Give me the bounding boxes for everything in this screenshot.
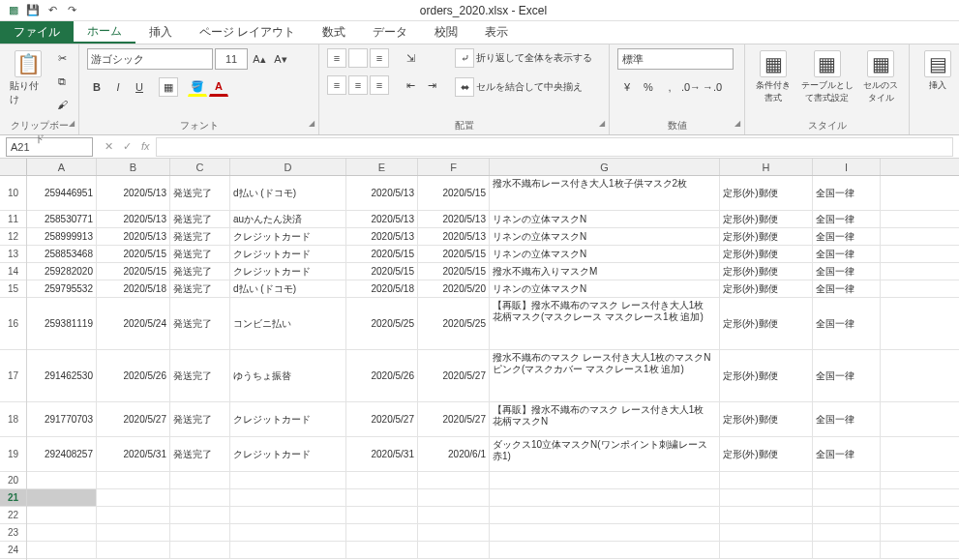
cell[interactable]: 258530771 [27,211,97,227]
cell[interactable]: リネンの立体マスクN [490,280,720,297]
cell[interactable] [346,542,418,558]
cell[interactable] [230,542,346,558]
cell[interactable]: 258999913 [27,228,97,245]
column-header[interactable]: D [230,159,346,175]
cell[interactable]: d払い (ドコモ) [230,176,346,210]
cell[interactable]: 全国一律 [813,402,881,436]
row-header[interactable]: 18 [0,402,26,437]
cell[interactable] [170,524,230,541]
cell[interactable] [27,489,97,506]
copy-icon[interactable]: ⧉ [52,72,72,91]
cell[interactable]: 発送完了 [170,228,230,245]
cell[interactable]: 291770703 [27,402,97,436]
cell[interactable]: 全国一律 [813,211,881,227]
cell[interactable] [490,507,720,523]
cell[interactable] [230,472,346,488]
cell[interactable] [170,542,230,558]
clipboard-dialog-icon[interactable]: ◢ [69,119,75,128]
row-header[interactable]: 19 [0,437,26,472]
cell[interactable]: d払い (ドコモ) [230,280,346,297]
cell[interactable] [346,472,418,488]
select-all-corner[interactable] [0,159,27,176]
currency-icon[interactable]: ¥ [617,77,637,97]
font-name-combo[interactable]: 游ゴシック [87,48,213,70]
cell[interactable]: 【再販】撥水不織布のマスク レース付き大人1枚 花柄マスク(マスクレース マスク… [490,298,720,349]
row-header[interactable]: 10 [0,176,26,211]
border-icon[interactable]: ▦ [159,77,178,97]
conditional-formatting-button[interactable]: ▦ 条件付き書式 [753,48,794,106]
cell[interactable]: 発送完了 [170,176,230,210]
cell[interactable] [813,524,881,541]
orientation-icon[interactable]: ⇲ [401,48,420,68]
tab-formulas[interactable]: 数式 [309,21,359,44]
cell[interactable]: 2020/5/13 [346,228,418,245]
cell[interactable] [490,472,720,488]
cell[interactable]: 発送完了 [170,298,230,349]
cell[interactable]: ダックス10立体マスクN(ワンポイント刺繍レース 赤1) [490,437,720,471]
cell[interactable]: クレジットカード [230,437,346,471]
insert-function-icon[interactable]: fx [141,140,150,153]
paste-button[interactable]: 📋 貼り付け [8,48,48,108]
row-header[interactable]: 13 [0,246,26,263]
cell[interactable] [418,524,490,541]
decrease-decimal-icon[interactable]: →.0 [703,77,722,97]
cell[interactable]: 2020/5/24 [97,298,170,349]
row-header[interactable]: 14 [0,263,26,280]
cell[interactable]: 定形(外)郵便 [720,350,813,401]
cell[interactable] [720,507,813,523]
cell[interactable]: 291462530 [27,350,97,401]
cell[interactable]: 259795532 [27,280,97,297]
decrease-font-icon[interactable]: A▾ [271,49,290,69]
cell[interactable]: 【再販】撥水不織布のマスク レース付き大人1枚 花柄マスクN [490,402,720,436]
cell[interactable]: 2020/5/13 [97,176,170,210]
cell[interactable]: 2020/5/26 [97,350,170,401]
confirm-entry-icon[interactable]: ✓ [123,140,132,153]
cell[interactable]: 2020/5/27 [97,402,170,436]
cell[interactable]: クレジットカード [230,402,346,436]
row-header[interactable]: 23 [0,524,26,542]
cell[interactable] [27,542,97,558]
cell[interactable]: 2020/5/18 [346,280,418,297]
cell[interactable] [97,524,170,541]
cell[interactable]: 2020/5/15 [418,263,490,280]
cell[interactable]: 全国一律 [813,246,881,262]
cell[interactable]: 発送完了 [170,350,230,401]
align-bottom-icon[interactable]: ≡ [370,48,389,68]
cell[interactable]: 2020/5/13 [97,228,170,245]
column-header[interactable]: G [490,159,720,175]
wrap-text-button[interactable]: ⤶ 折り返して全体を表示する [455,48,592,68]
cell[interactable] [170,472,230,488]
cell[interactable]: 2020/5/31 [97,437,170,471]
cell[interactable] [813,489,881,506]
cell[interactable]: ゆうちょ振替 [230,350,346,401]
cell[interactable]: 2020/5/15 [418,246,490,262]
font-size-combo[interactable]: 11 [215,48,248,70]
cell[interactable] [230,507,346,523]
cell[interactable]: 定形(外)郵便 [720,176,813,210]
cell[interactable]: クレジットカード [230,228,346,245]
cell[interactable]: 発送完了 [170,402,230,436]
cell[interactable]: 全国一律 [813,350,881,401]
cell[interactable]: 定形(外)郵便 [720,246,813,262]
cell-styles-button[interactable]: ▦ セルのスタイル [860,48,901,106]
row-header[interactable]: 16 [0,298,26,350]
cell[interactable] [97,472,170,488]
cancel-entry-icon[interactable]: ✕ [105,140,113,153]
cell[interactable]: コンビニ払い [230,298,346,349]
column-header[interactable]: A [27,159,97,175]
cell[interactable] [720,542,813,558]
cell[interactable]: 定形(外)郵便 [720,211,813,227]
cell[interactable]: 2020/5/20 [418,280,490,297]
align-middle-icon[interactable]: ≡ [348,48,368,68]
cell[interactable] [418,489,490,506]
cell[interactable]: 発送完了 [170,437,230,471]
cell[interactable]: 2020/5/26 [346,350,418,401]
fill-color-icon[interactable]: 🪣 [188,77,207,97]
cell[interactable]: クレジットカード [230,263,346,280]
column-header[interactable]: F [418,159,490,175]
alignment-dialog-icon[interactable]: ◢ [599,119,605,128]
cell[interactable]: 全国一律 [813,298,881,349]
row-header[interactable]: 17 [0,350,26,402]
tab-review[interactable]: 校閲 [421,21,471,44]
cell[interactable] [230,524,346,541]
